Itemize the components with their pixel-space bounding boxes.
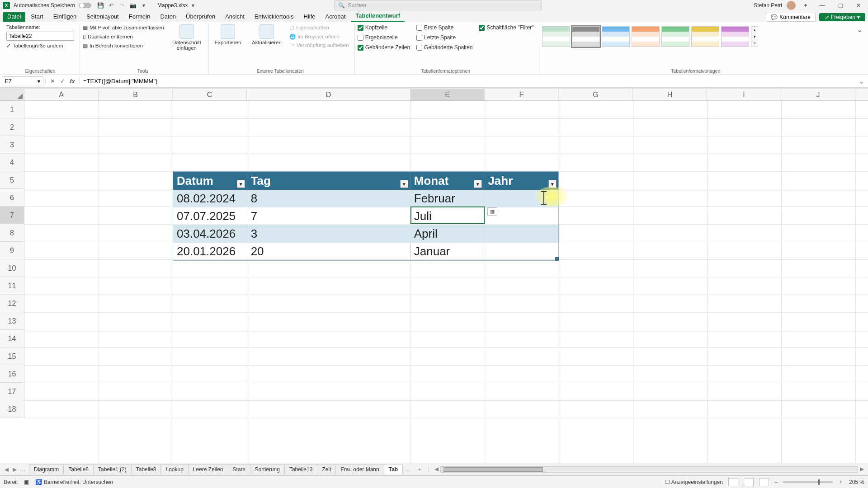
qat-more-icon[interactable]: ▾: [140, 2, 147, 9]
undo-icon[interactable]: ↶: [108, 2, 115, 9]
comments-button[interactable]: 💬 Kommentare: [766, 13, 816, 22]
cell[interactable]: Januar: [410, 243, 485, 260]
crown-icon[interactable]: ✦: [802, 2, 809, 9]
zoom-out-button[interactable]: −: [774, 479, 778, 485]
row-header[interactable]: 10: [0, 259, 24, 277]
col-header[interactable]: F: [485, 89, 559, 100]
formula-input[interactable]: [80, 76, 855, 86]
sheet-tab[interactable]: Leere Zeilen: [188, 464, 228, 474]
data-table[interactable]: Datum▾ Tag▾ Monat▾ Jahr▾ 08.02.2024 8 Fe…: [173, 171, 559, 261]
maximize-button[interactable]: ▢: [834, 2, 847, 9]
row-header[interactable]: 13: [0, 312, 24, 330]
row-header[interactable]: 14: [0, 330, 24, 347]
total-row-check[interactable]: Ergebniszeile: [358, 34, 410, 41]
tab-daten[interactable]: Daten: [156, 12, 180, 22]
search-input[interactable]: 🔍 Suchen: [334, 0, 542, 10]
col-header[interactable]: I: [707, 89, 781, 100]
gallery-more-button[interactable]: ▴▾≡: [751, 26, 758, 47]
refresh-button[interactable]: Aktualisieren: [250, 24, 283, 45]
cell[interactable]: 08.02.2024: [173, 190, 247, 207]
col-header[interactable]: E: [410, 89, 485, 100]
header-row-check[interactable]: Kopfzeile: [358, 24, 410, 31]
style-thumb[interactable]: [661, 26, 689, 47]
autosave-toggle[interactable]: [79, 3, 91, 8]
title-dropdown-icon[interactable]: ▾: [189, 2, 197, 9]
cell[interactable]: [484, 190, 558, 207]
cell[interactable]: Juli: [410, 207, 485, 225]
add-sheet-button[interactable]: ＋: [413, 464, 426, 475]
resize-table-button[interactable]: ⤢ Tabellengröße ändern: [6, 42, 74, 49]
convert-range-button[interactable]: ▥In Bereich konvertieren: [83, 42, 164, 49]
row-header[interactable]: 16: [0, 365, 24, 383]
row-header[interactable]: 11: [0, 277, 24, 295]
cell[interactable]: Februar: [410, 190, 485, 207]
zoom-in-button[interactable]: ＋: [838, 478, 844, 486]
select-all-corner[interactable]: [0, 89, 24, 101]
row-header[interactable]: 15: [0, 347, 24, 365]
banded-cols-check[interactable]: Gebänderte Spalten: [416, 44, 472, 51]
export-button[interactable]: Exportieren: [212, 24, 244, 45]
redo-icon[interactable]: ↷: [118, 2, 126, 9]
style-thumb[interactable]: [572, 26, 600, 47]
tab-prev-icon[interactable]: ◀: [3, 466, 10, 473]
sheet-tab[interactable]: Zeit: [317, 464, 336, 474]
horizontal-scrollbar[interactable]: ◀ ▶: [440, 466, 858, 473]
last-col-check[interactable]: Letzte Spalte: [416, 34, 472, 41]
table-resize-handle[interactable]: [555, 257, 559, 261]
table-row[interactable]: 08.02.2024 8 Februar: [173, 190, 558, 207]
sheet-tab[interactable]: Tabelle13: [284, 464, 317, 474]
view-normal-button[interactable]: [728, 478, 738, 486]
display-settings-button[interactable]: 🖵 Anzeigeeinstellungen: [665, 479, 723, 485]
table-header-tag[interactable]: Tag▾: [247, 172, 410, 190]
filter-icon[interactable]: ▾: [474, 180, 482, 188]
zoom-slider[interactable]: [783, 481, 833, 483]
row-header[interactable]: 1: [0, 101, 24, 118]
row-header[interactable]: 3: [0, 136, 24, 154]
view-page-layout-button[interactable]: [744, 478, 754, 486]
sheet-tab[interactable]: Tabelle1 (2): [93, 464, 132, 474]
tab-more-icon[interactable]: …: [19, 466, 26, 473]
cell[interactable]: April: [410, 225, 485, 243]
minimize-button[interactable]: —: [816, 2, 829, 9]
filter-icon[interactable]: ▾: [400, 180, 408, 188]
row-header[interactable]: 4: [0, 154, 24, 171]
style-thumb[interactable]: [542, 26, 570, 47]
col-header[interactable]: D: [247, 89, 410, 100]
sheet-tab[interactable]: Diagramm: [29, 464, 64, 474]
close-button[interactable]: ✕: [852, 2, 865, 9]
col-header[interactable]: B: [99, 89, 173, 100]
first-col-check[interactable]: Erste Spalte: [416, 24, 472, 31]
sheet-tab[interactable]: Tab: [384, 464, 403, 474]
zoom-level[interactable]: 205 %: [849, 479, 864, 485]
row-header[interactable]: 5: [0, 171, 24, 189]
ribbon-collapse-button[interactable]: ⌄: [854, 23, 864, 75]
style-thumb[interactable]: [691, 26, 719, 47]
username-label[interactable]: Stefan Petri: [754, 2, 782, 9]
col-header[interactable]: A: [24, 89, 99, 100]
dedup-button[interactable]: ▯Duplikate entfernen: [83, 33, 164, 40]
style-thumb[interactable]: [602, 26, 630, 47]
tab-next-icon[interactable]: ▶: [11, 466, 18, 473]
sheet-tab[interactable]: Frau oder Mann: [335, 464, 384, 474]
sheet-tab[interactable]: Tabelle8: [131, 464, 161, 474]
row-headers[interactable]: 1 2 3 4 5 6 7 8 9 10 11 12 13 14 15 16 1…: [0, 101, 24, 418]
formula-expand-icon[interactable]: ⌄: [855, 77, 868, 85]
macro-record-icon[interactable]: ▣: [24, 479, 29, 485]
row-header[interactable]: 18: [0, 400, 24, 418]
style-thumb[interactable]: [721, 26, 749, 47]
row-header[interactable]: 9: [0, 242, 24, 259]
cell[interactable]: [484, 243, 558, 260]
camera-icon[interactable]: 📷: [129, 2, 137, 9]
col-header[interactable]: G: [559, 89, 633, 100]
filter-icon[interactable]: ▾: [548, 180, 557, 188]
cell[interactable]: 07.07.2025: [173, 207, 247, 225]
sheet-tab[interactable]: Sortierung: [250, 464, 285, 474]
row-header[interactable]: 12: [0, 295, 24, 312]
tab-seitenlayout[interactable]: Seitenlayout: [82, 12, 123, 22]
share-button[interactable]: ↗ Freigeben ▾: [819, 13, 865, 21]
enter-icon[interactable]: ✓: [58, 78, 66, 84]
filter-icon[interactable]: ▾: [237, 180, 245, 188]
style-gallery[interactable]: ▴▾≡: [542, 24, 758, 47]
cell[interactable]: 7: [247, 207, 410, 225]
a11y-status[interactable]: ♿ Barrierefreiheit: Untersuchen: [35, 479, 113, 485]
